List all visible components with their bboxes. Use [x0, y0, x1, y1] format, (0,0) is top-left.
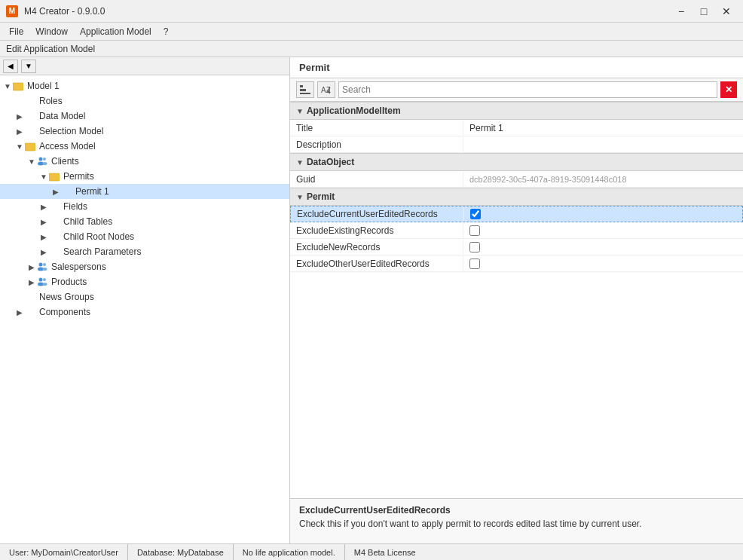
item-icon — [60, 185, 72, 197]
people-icon — [36, 261, 48, 273]
exclude-existing-checkbox[interactable] — [469, 225, 480, 236]
tree-item-label: Products — [51, 277, 87, 287]
title-bar: M M4 Creator - 0.9.0.0 − □ ✕ — [0, 0, 743, 23]
item-icon — [24, 306, 36, 318]
menu-application-model[interactable]: Application Model — [74, 25, 157, 38]
tree-item-datamodel[interactable]: ▶ Data Model — [0, 109, 289, 124]
exclude-other-checkbox[interactable] — [469, 259, 480, 269]
tree-item-childtables[interactable]: ▶ Child Tables — [0, 214, 289, 229]
tree-item-label: Selection Model — [39, 126, 103, 136]
tree-item-accessmodel[interactable]: ▼ Access Model — [0, 139, 289, 154]
prop-label-title: Title — [290, 121, 463, 136]
svg-point-14 — [43, 268, 47, 271]
tree-item-model1[interactable]: ▼ Model 1 — [0, 78, 289, 93]
tree-item-label: Search Parameters — [63, 246, 141, 257]
tree-item-salespersons[interactable]: ▶ Salespersons — [0, 259, 289, 274]
arrow-right-icon: ▶ — [15, 308, 24, 317]
status-database: Database: MyDatabase — [128, 544, 234, 560]
prop-row-title: Title Permit 1 — [290, 120, 743, 136]
tree-item-products[interactable]: ▶ Products — [0, 274, 289, 289]
menu-file[interactable]: File — [3, 25, 29, 38]
tree-item-clients[interactable]: ▼ Clients — [0, 154, 289, 169]
prop-value-excludenew — [463, 240, 743, 255]
arrow-right-icon: ▶ — [39, 203, 48, 211]
title-bar-title: M4 Creator - 0.9.0.0 — [24, 6, 105, 17]
menu-window[interactable]: Window — [29, 25, 74, 38]
tree-item-childrootnodes[interactable]: ▶ Child Root Nodes — [0, 229, 289, 244]
prop-row-excludecurrentuser: ExcludeCurrentUserEditedRecords — [290, 206, 743, 222]
app-icon: M — [6, 5, 18, 17]
tree-item-newsgroups[interactable]: News Groups — [0, 289, 289, 304]
right-panel: Permit AZ ✕ ▼ — [290, 57, 743, 543]
prop-label-excludenew: ExcludeNewRecords — [290, 240, 463, 255]
prop-value-title: Permit 1 — [463, 121, 743, 136]
panel-header: Permit — [290, 57, 743, 78]
search-clear-button[interactable]: ✕ — [720, 81, 737, 98]
breadcrumb: Edit Application Model — [0, 41, 743, 57]
tree-item-label: Model 1 — [27, 81, 60, 91]
arrow-right-icon: ▶ — [15, 112, 24, 121]
item-icon — [24, 291, 36, 303]
people-icon — [36, 155, 48, 167]
description-title: ExcludeCurrentUserEditedRecords — [299, 505, 734, 516]
svg-point-7 — [43, 158, 46, 161]
svg-rect-3 — [25, 143, 35, 151]
tree-nav-down-button[interactable]: ▼ — [21, 60, 36, 73]
svg-point-17 — [43, 278, 46, 281]
item-icon — [48, 216, 60, 228]
tree-item-label: Salespersons — [51, 262, 106, 272]
tree-item-roles[interactable]: Roles — [0, 93, 289, 109]
maximize-button[interactable]: □ — [693, 2, 714, 20]
item-icon — [24, 125, 36, 137]
tree-item-label: Permits — [63, 171, 94, 182]
status-user: User: MyDomain\CreatorUser — [0, 544, 128, 560]
tree-item-label: Roles — [39, 96, 63, 106]
svg-point-13 — [43, 263, 46, 266]
arrow-right-icon: ▶ — [39, 233, 48, 241]
svg-point-5 — [39, 158, 43, 161]
folder-icon — [24, 140, 36, 152]
close-button[interactable]: ✕ — [716, 2, 737, 20]
minimize-button[interactable]: − — [671, 2, 692, 20]
tree-item-fields[interactable]: ▶ Fields — [0, 199, 289, 214]
tree-panel: ◀ ▼ ▼ Model 1 Roles ▶ Data Mo — [0, 57, 290, 543]
menu-bar: File Window Application Model ? — [0, 23, 743, 41]
tree-item-label: Data Model — [39, 111, 85, 121]
tree-item-label: Access Model — [39, 141, 96, 151]
tree-item-selectionmodel[interactable]: ▶ Selection Model — [0, 124, 289, 139]
collapse-arrow-icon[interactable]: ▼ — [296, 107, 304, 115]
sort-button[interactable]: AZ — [317, 81, 335, 98]
people-icon — [36, 276, 48, 288]
tree-toolbar: ◀ ▼ — [0, 57, 289, 75]
exclude-current-user-checkbox[interactable] — [470, 209, 481, 219]
folder-icon — [48, 170, 60, 182]
svg-rect-21 — [300, 93, 310, 94]
section-label: Permit — [307, 191, 335, 202]
properties-area: ▼ ApplicationModelItem Title Permit 1 De… — [290, 102, 743, 498]
tree-item-label: Child Root Nodes — [63, 231, 134, 242]
collapse-arrow-icon[interactable]: ▼ — [296, 193, 304, 201]
tree-nav-back-button[interactable]: ◀ — [3, 60, 18, 73]
menu-help[interactable]: ? — [157, 25, 175, 38]
arrow-down-icon: ▼ — [15, 142, 24, 151]
tree-item-components[interactable]: ▶ Components — [0, 304, 289, 320]
status-bar: User: MyDomain\CreatorUser Database: MyD… — [0, 543, 743, 560]
exclude-new-checkbox[interactable] — [469, 242, 480, 252]
arrow-right-icon: ▶ — [27, 278, 36, 286]
sort-az-button[interactable] — [296, 81, 314, 98]
svg-rect-20 — [300, 89, 306, 91]
tree-item-permits[interactable]: ▼ Permits — [0, 169, 289, 184]
section-header-permit: ▼ Permit — [290, 188, 743, 206]
tree-item-permit1[interactable]: ▶ Permit 1 — [0, 184, 289, 199]
status-license: M4 Beta License — [345, 544, 425, 560]
tree-content: ▼ Model 1 Roles ▶ Data Model ▶ — [0, 75, 289, 543]
svg-rect-1 — [13, 84, 17, 85]
collapse-arrow-icon[interactable]: ▼ — [296, 158, 304, 167]
prop-row-guid: Guid dcb28992-30c5-407a-8919-35091448c01… — [290, 171, 743, 188]
svg-point-18 — [43, 283, 47, 286]
panel-title: Permit — [299, 62, 329, 73]
prop-row-excludeother: ExcludeOtherUserEditedRecords — [290, 256, 743, 272]
tree-item-label: Clients — [51, 156, 79, 167]
search-input[interactable] — [338, 81, 717, 98]
tree-item-searchparams[interactable]: ▶ Search Parameters — [0, 244, 289, 259]
